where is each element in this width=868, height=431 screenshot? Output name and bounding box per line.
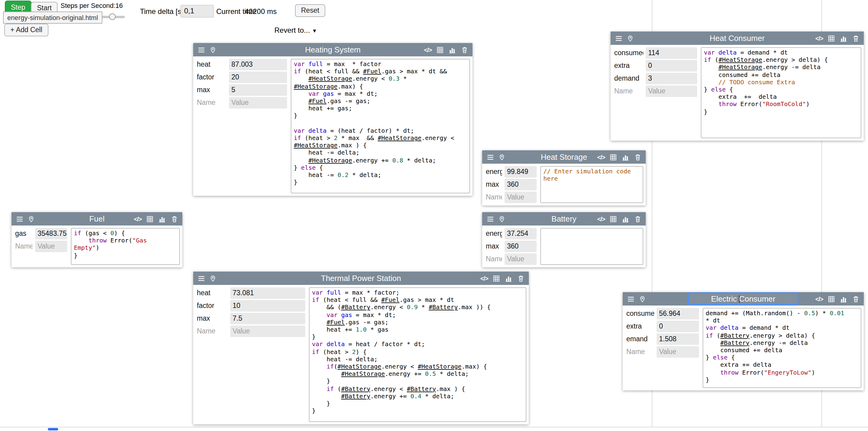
var-name-input[interactable]: demand [613,73,643,84]
slider-thumb[interactable] [109,13,116,20]
var-name-input[interactable]: factor [196,71,226,83]
var-name-input[interactable]: max [196,84,226,96]
pin-icon[interactable] [27,214,36,224]
cell-header[interactable]: Electric Consumer</> [623,292,864,306]
chart-view-icon[interactable] [157,214,166,224]
var-name-input[interactable]: emand [625,334,654,345]
code-editor[interactable]: var full = max * factorif (heat < full &… [291,59,470,193]
menu-icon[interactable] [486,152,495,162]
var-name-input[interactable]: heat [196,59,226,70]
var-name-input[interactable]: Name [613,85,643,97]
code-editor[interactable]: if (gas < 0) { throw Error("GasEmpty")} [71,228,180,265]
var-value-input[interactable]: 87.003 [229,59,287,70]
table-view-icon[interactable] [827,294,836,304]
var-value-input[interactable]: Value [657,346,699,358]
var-value-input[interactable]: 0 [657,321,699,332]
var-value-input[interactable]: 7.5 [230,313,305,324]
var-value-input[interactable]: 114 [646,47,697,59]
var-value-input[interactable]: Value [230,325,305,337]
var-name-input[interactable]: Name [485,253,502,265]
chart-view-icon[interactable] [621,152,630,162]
var-name-input[interactable]: max [485,241,502,252]
var-value-input[interactable]: 35483.75 [35,228,67,239]
cell-header[interactable]: Fuel</> [11,212,182,226]
table-view-icon[interactable] [609,214,618,224]
var-value-input[interactable]: 99.849 [504,166,537,178]
table-view-icon[interactable] [145,214,154,224]
time-delta-input[interactable]: 0,1 [181,5,214,18]
code-view-icon[interactable]: </> [597,152,606,162]
cell-header[interactable]: Thermal Power Station</> [193,271,529,285]
var-name-input[interactable]: max [196,313,228,324]
var-value-input[interactable]: 1.508 [657,334,699,345]
add-cell-button[interactable]: + Add Cell [4,24,49,36]
var-value-input[interactable]: Value [229,97,287,109]
var-name-input[interactable]: Name [625,346,654,358]
delete-icon[interactable] [851,294,860,304]
var-name-input[interactable]: Name [196,325,228,337]
var-name-input[interactable]: Name [14,241,33,252]
menu-icon[interactable] [486,214,495,224]
var-name-input[interactable]: max [485,179,502,190]
var-value-input[interactable]: Value [504,253,537,265]
var-name-input[interactable]: consumed [613,47,643,59]
var-value-input[interactable]: 37.254 [504,228,537,239]
code-editor[interactable]: // Enter simulation code here [540,166,643,203]
menu-icon[interactable] [197,274,206,283]
var-value-input[interactable]: 73.081 [230,287,305,299]
chart-view-icon[interactable] [504,274,513,283]
var-value-input[interactable]: Value [35,241,67,252]
delete-icon[interactable] [851,33,860,43]
pin-icon[interactable] [208,274,217,283]
var-name-input[interactable]: energy [485,166,502,178]
code-view-icon[interactable]: </> [597,214,606,224]
cell-title[interactable]: Battery [552,214,576,223]
menu-icon[interactable] [197,45,206,55]
table-view-icon[interactable] [492,274,501,283]
code-editor[interactable] [540,228,643,265]
code-editor[interactable]: demand += (Math.random() - 0.5) * 0.01* … [703,308,861,388]
var-value-input[interactable]: Value [646,85,697,97]
delete-icon[interactable] [633,152,642,162]
pin-icon[interactable] [497,152,506,162]
var-name-input[interactable]: gas [14,228,33,239]
cell-title[interactable]: Heating System [305,45,361,54]
code-view-icon[interactable]: </> [424,45,433,55]
reset-button[interactable]: Reset [295,4,325,17]
cell-header[interactable]: Battery</> [482,212,646,226]
cell-title-input[interactable]: Electric Consumer [688,292,798,305]
cell-title[interactable]: Heat Consumer [710,34,765,43]
var-value-input[interactable]: 10 [230,300,305,312]
var-name-input[interactable]: extra [613,60,643,71]
delete-icon[interactable] [516,274,525,283]
cell-title[interactable]: Heat Storage [540,152,587,162]
delete-icon[interactable] [633,214,642,224]
table-view-icon[interactable] [827,33,836,43]
var-name-input[interactable]: Name [196,97,226,109]
code-editor[interactable]: var full = max * factor;if (heat < full … [309,287,526,422]
code-view-icon[interactable]: </> [815,33,824,43]
revert-dropdown[interactable]: Revert to... ▾ [274,26,316,34]
delete-icon[interactable] [460,45,469,55]
pin-icon[interactable] [638,294,647,304]
cell-header[interactable]: Heat Storage</> [482,150,646,164]
menu-icon[interactable] [614,33,623,43]
var-value-input[interactable]: 20 [229,71,287,83]
var-value-input[interactable]: 360 [504,179,537,190]
table-view-icon[interactable] [609,152,618,162]
menu-icon[interactable] [626,294,636,304]
var-value-input[interactable]: 360 [504,241,537,252]
table-view-icon[interactable] [435,45,444,55]
pin-icon[interactable] [497,214,506,224]
code-editor[interactable]: var delta = demand * dtif (#HeatStorage.… [701,47,861,138]
pin-icon[interactable] [208,45,217,55]
chart-view-icon[interactable] [447,45,457,55]
var-name-input[interactable]: Name [485,192,502,203]
cell-title[interactable]: Thermal Power Station [321,274,401,283]
var-value-input[interactable]: 5 [229,84,287,96]
code-view-icon[interactable]: </> [815,294,824,304]
var-name-input[interactable]: extra [625,321,654,332]
var-name-input[interactable]: factor [196,300,228,312]
var-name-input[interactable]: heat [196,287,228,299]
var-value-input[interactable]: 56.964 [657,308,699,319]
